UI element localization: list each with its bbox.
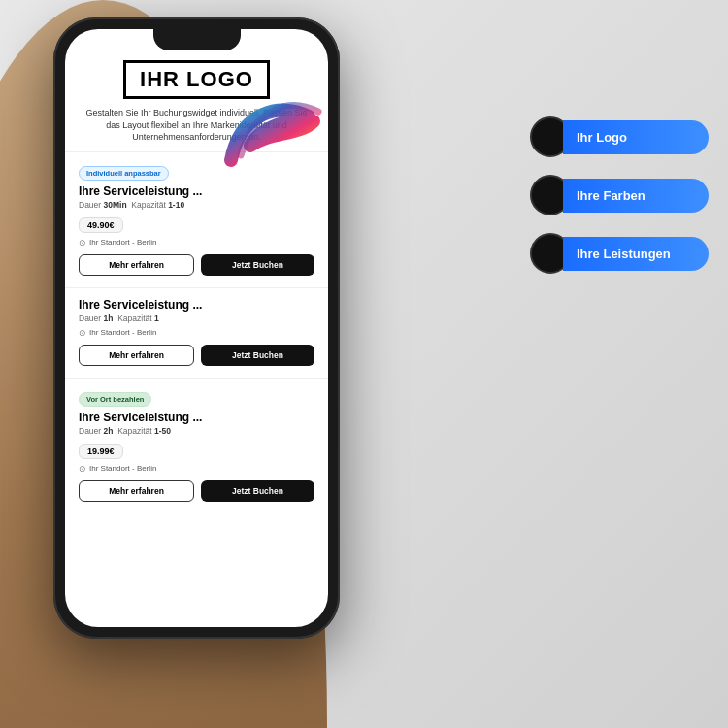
location-icon-1: ⊙: [79, 328, 86, 338]
service-location-2: ⊙ Ihr Standort - Berlin: [79, 464, 314, 474]
service-badge-0: Individuell anpassbar: [79, 166, 169, 181]
service-book-btn-0[interactable]: Jetzt Buchen: [201, 254, 314, 276]
service-book-btn-1[interactable]: Jetzt Buchen: [201, 345, 314, 366]
service-price-2: 19.99€: [79, 444, 123, 459]
label-ihre-leistungen: Ihre Leistungen: [530, 233, 709, 274]
service-more-btn-0[interactable]: Mehr erfahren: [79, 254, 194, 276]
service-meta-1: Dauer 1h Kapazität 1: [79, 314, 314, 323]
location-icon-2: ⊙: [79, 464, 86, 474]
services-list: Individuell anpassbar Ihre Serviceleistu…: [65, 151, 328, 513]
service-title-0: Ihre Serviceleistung ...: [79, 184, 314, 198]
location-icon-0: ⊙: [79, 238, 86, 248]
service-buttons-2: Mehr erfahren Jetzt Buchen: [79, 480, 314, 502]
service-location-1: ⊙ Ihr Standort - Berlin: [79, 328, 314, 338]
service-more-btn-2[interactable]: Mehr erfahren: [79, 480, 194, 502]
feature-labels: Ihr Logo Ihre Farben Ihre Leistungen: [530, 116, 709, 274]
service-location-0: ⊙ Ihr Standort - Berlin: [79, 238, 314, 248]
logo-box: IHR LOGO: [123, 60, 270, 99]
service-title-1: Ihre Serviceleistung ...: [79, 298, 314, 312]
header-description: Gestalten Sie Ihr Buchungswidget individ…: [81, 107, 313, 144]
service-card-2: Vor Ort bezahlen Ihre Serviceleistung ..…: [65, 378, 328, 513]
screen-header: IHR LOGO Gestalten Sie Ihr Buchungswidge…: [65, 50, 328, 151]
service-card-0: Individuell anpassbar Ihre Serviceleistu…: [65, 151, 328, 287]
service-price-0: 49.90€: [79, 217, 123, 233]
service-card-1: Ihre Serviceleistung ... Dauer 1h Kapazi…: [65, 287, 328, 378]
scene: IHR LOGO Gestalten Sie Ihr Buchungswidge…: [0, 0, 728, 728]
service-title-2: Ihre Serviceleistung ...: [79, 411, 314, 424]
label-ihre-farben: Ihre Farben: [530, 175, 709, 215]
service-meta-2: Dauer 2h Kapazität 1-50: [79, 426, 314, 436]
service-book-btn-2[interactable]: Jetzt Buchen: [201, 480, 314, 502]
label-text-1: Ihr Logo: [563, 120, 709, 154]
label-ihr-logo: Ihr Logo: [530, 116, 709, 157]
screen-content: IHR LOGO Gestalten Sie Ihr Buchungswidge…: [65, 29, 328, 627]
phone-screen: IHR LOGO Gestalten Sie Ihr Buchungswidge…: [65, 29, 328, 627]
label-text-3: Ihre Leistungen: [563, 237, 709, 271]
service-meta-0: Dauer 30Min Kapazität 1-10: [79, 200, 314, 210]
label-text-2: Ihre Farben: [563, 179, 709, 213]
service-buttons-1: Mehr erfahren Jetzt Buchen: [79, 345, 314, 366]
phone-mockup: IHR LOGO Gestalten Sie Ihr Buchungswidge…: [53, 17, 340, 639]
logo-text: IHR LOGO: [140, 67, 253, 91]
service-more-btn-1[interactable]: Mehr erfahren: [79, 345, 194, 366]
service-buttons-0: Mehr erfahren Jetzt Buchen: [79, 254, 314, 276]
phone-notch: [153, 29, 241, 50]
service-badge-2: Vor Ort bezahlen: [79, 392, 151, 407]
